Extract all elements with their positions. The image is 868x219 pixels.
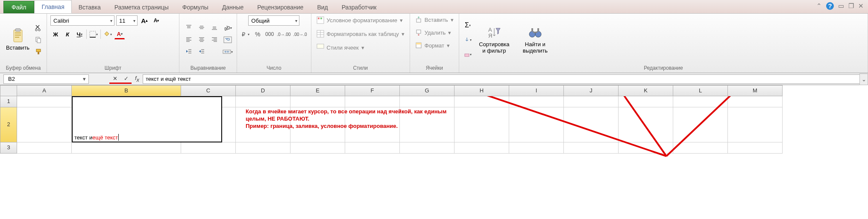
find-select-label: Найти и выделить bbox=[518, 41, 552, 54]
name-box[interactable]: B2 bbox=[3, 74, 89, 84]
font-name-combo[interactable]: Calibri bbox=[50, 15, 114, 26]
align-middle-button[interactable] bbox=[196, 22, 208, 33]
row-header[interactable]: 3 bbox=[0, 142, 17, 154]
group-styles: Условное форматирование ▾ Форматировать … bbox=[311, 14, 410, 73]
formula-bar: B2 ✕ ✓ fx текст и ещё текст ⌄ bbox=[0, 73, 868, 85]
align-right-button[interactable] bbox=[208, 34, 220, 44]
tab-view[interactable]: Вид bbox=[310, 1, 334, 13]
comma-format-button[interactable]: 000 bbox=[264, 29, 275, 39]
svg-text:ab: ab bbox=[223, 24, 230, 31]
svg-text:₽: ₽ bbox=[242, 31, 245, 37]
underline-button[interactable]: Ч bbox=[74, 29, 85, 39]
tab-formulas[interactable]: Формулы bbox=[176, 1, 215, 13]
delete-cells-button[interactable]: Удалить ▾ bbox=[413, 28, 453, 37]
cancel-edit-button[interactable]: ✕ bbox=[109, 74, 120, 84]
formula-bar-expand[interactable]: ⌄ bbox=[859, 74, 868, 85]
fill-button[interactable] bbox=[463, 35, 473, 45]
fill-color-button[interactable] bbox=[103, 29, 113, 39]
window-controls: ⌃ ? ▭ ❐ ✕ bbox=[816, 2, 864, 10]
conditional-format-button[interactable]: Условное форматирование ▾ bbox=[315, 15, 405, 25]
find-select-button[interactable]: Найти и выделить bbox=[516, 24, 555, 56]
accounting-format-button[interactable]: ₽ bbox=[240, 29, 251, 39]
group-align-label: Выравнивание bbox=[183, 64, 233, 72]
bold-button[interactable]: Ж bbox=[50, 29, 61, 39]
svg-rect-4 bbox=[15, 37, 19, 38]
tab-home[interactable]: Главная bbox=[34, 0, 71, 13]
orientation-button[interactable]: ab bbox=[222, 23, 233, 33]
increase-indent-button[interactable] bbox=[196, 46, 208, 56]
row-header[interactable]: 1 bbox=[0, 96, 17, 107]
align-bottom-button[interactable] bbox=[208, 22, 220, 33]
tab-file[interactable]: Файл bbox=[3, 1, 34, 13]
merge-center-button[interactable] bbox=[222, 47, 233, 57]
select-all-corner[interactable] bbox=[0, 85, 17, 96]
ribbon-tab-bar: Файл Главная Вставка Разметка страницы Ф… bbox=[0, 0, 868, 13]
increase-decimal-button[interactable]: .0→.00 bbox=[276, 29, 291, 39]
svg-rect-61 bbox=[531, 28, 533, 32]
format-painter-button[interactable] bbox=[34, 47, 43, 56]
decrease-font-button[interactable]: A▾ bbox=[151, 15, 161, 26]
tab-page-layout[interactable]: Разметка страницы bbox=[108, 1, 176, 13]
tab-review[interactable]: Рецензирование bbox=[250, 1, 310, 13]
maximize-icon[interactable]: ❐ bbox=[848, 2, 854, 10]
decrease-indent-button[interactable] bbox=[183, 46, 195, 56]
align-center-button[interactable] bbox=[196, 34, 208, 44]
cell-styles-button[interactable]: Стили ячеек ▾ bbox=[315, 43, 366, 52]
insert-cells-button[interactable]: Вставить ▾ bbox=[413, 15, 455, 24]
sort-filter-label: Сортировка и фильтр bbox=[477, 41, 511, 54]
tab-insert[interactable]: Вставка bbox=[72, 1, 108, 13]
column-header[interactable]: C bbox=[181, 85, 236, 96]
number-format-combo[interactable]: Общий bbox=[248, 15, 299, 26]
format-cells-button[interactable]: Формат ▾ bbox=[413, 41, 452, 50]
cut-button[interactable] bbox=[34, 23, 43, 33]
autosum-button[interactable]: Σ bbox=[463, 20, 473, 30]
percent-format-button[interactable]: % bbox=[252, 29, 263, 39]
group-editing: Σ АЯ Сортировка и фильтр Найти и выделит… bbox=[459, 14, 868, 73]
column-header[interactable]: G bbox=[400, 85, 455, 96]
align-top-button[interactable] bbox=[183, 22, 195, 33]
confirm-edit-button[interactable]: ✓ bbox=[120, 74, 132, 84]
decrease-decimal-button[interactable]: .00→.0 bbox=[293, 29, 307, 39]
tab-developer[interactable]: Разработчик bbox=[335, 1, 384, 13]
column-header[interactable]: K bbox=[619, 85, 673, 96]
column-header[interactable]: J bbox=[564, 85, 619, 96]
formula-input[interactable]: текст и ещё текст bbox=[143, 74, 868, 84]
italic-button[interactable]: К bbox=[62, 29, 73, 39]
row-header[interactable]: 2 bbox=[0, 107, 17, 142]
clear-button[interactable] bbox=[463, 49, 473, 59]
worksheet-grid[interactable]: A B C D E F G H I J K L M 1 2 3 текст и … bbox=[0, 85, 868, 154]
column-header[interactable]: E bbox=[290, 85, 345, 96]
binoculars-icon bbox=[528, 26, 542, 39]
insert-function-button[interactable]: fx bbox=[132, 74, 143, 84]
column-header[interactable]: H bbox=[455, 85, 509, 96]
tab-data[interactable]: Данные bbox=[215, 1, 251, 13]
minimize-icon[interactable]: ▭ bbox=[838, 2, 844, 10]
copy-button[interactable] bbox=[34, 35, 43, 44]
sort-filter-button[interactable]: АЯ Сортировка и фильтр bbox=[475, 24, 514, 56]
font-size-combo[interactable]: 11 bbox=[116, 15, 138, 26]
increase-font-button[interactable]: A▴ bbox=[139, 15, 150, 26]
help-icon[interactable]: ? bbox=[826, 2, 834, 10]
group-cells: Вставить ▾ Удалить ▾ Формат ▾ Ячейки bbox=[410, 14, 459, 73]
group-number-label: Число bbox=[240, 64, 308, 72]
column-header[interactable]: I bbox=[509, 85, 564, 96]
wrap-text-button[interactable] bbox=[222, 35, 233, 45]
sort-filter-icon: АЯ bbox=[487, 26, 501, 39]
column-header[interactable]: L bbox=[673, 85, 728, 96]
active-cell-editor[interactable]: текст и ещё текст bbox=[72, 96, 222, 142]
minimize-ribbon-icon[interactable]: ⌃ bbox=[816, 2, 822, 10]
border-button[interactable] bbox=[88, 29, 99, 39]
format-as-table-button[interactable]: Форматировать как таблицу ▾ bbox=[315, 29, 406, 38]
svg-rect-2 bbox=[15, 33, 21, 33]
column-header[interactable]: D bbox=[236, 85, 290, 96]
paste-button[interactable]: Вставить bbox=[3, 27, 32, 53]
align-left-button[interactable] bbox=[183, 34, 195, 44]
column-header[interactable]: B bbox=[72, 85, 181, 96]
column-header[interactable]: A bbox=[17, 85, 72, 96]
column-header[interactable]: M bbox=[728, 85, 783, 96]
group-alignment: ab Выравнивание bbox=[179, 14, 237, 73]
column-header[interactable]: F bbox=[345, 85, 400, 96]
close-icon[interactable]: ✕ bbox=[858, 2, 864, 10]
font-color-button[interactable]: A bbox=[114, 29, 125, 39]
svg-rect-3 bbox=[15, 35, 21, 36]
